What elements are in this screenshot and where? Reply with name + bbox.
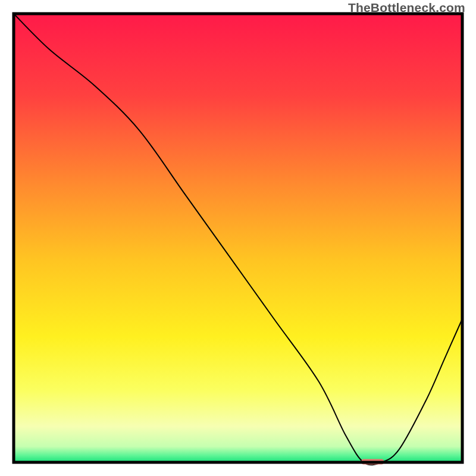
bottleneck-chart: TheBottleneck.com — [0, 0, 476, 476]
chart-svg — [0, 0, 476, 476]
plot-background — [14, 14, 462, 462]
watermark-text: TheBottleneck.com — [348, 1, 465, 15]
